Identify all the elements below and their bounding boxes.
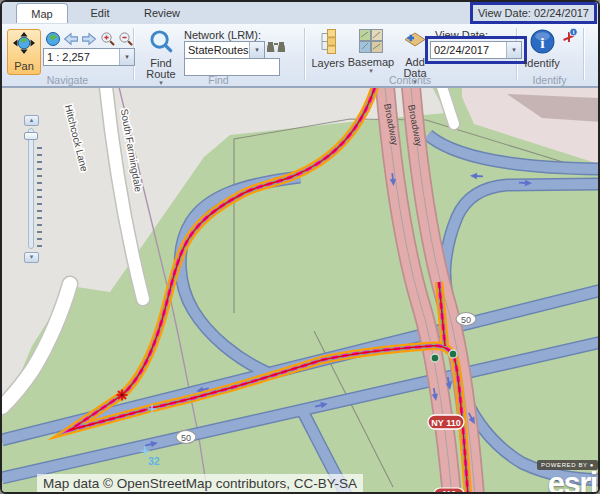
pan-label: Pan [14, 61, 34, 72]
view-date-status-callout: View Date: 02/24/2017 [470, 2, 597, 24]
svg-text:NY 110: NY 110 [431, 418, 460, 428]
ribbon: Pan ▾ Navigate [2, 24, 598, 87]
route-query-input[interactable] [185, 59, 279, 75]
basemap-icon [359, 29, 383, 57]
route-event-marker[interactable] [117, 390, 128, 401]
map-scale-input[interactable] [44, 49, 119, 65]
previous-extent-icon[interactable] [63, 31, 79, 47]
navigate-group-label: Navigate [2, 74, 133, 86]
layers-label: Layers [311, 58, 344, 69]
network-combo: ▾ [184, 41, 265, 59]
layers-button[interactable]: Layers [308, 29, 348, 69]
network-input[interactable] [185, 42, 249, 58]
tab-edit[interactable]: Edit [76, 3, 124, 23]
group-separator [304, 28, 306, 80]
map-zoom-slider: ▲ ▼ [24, 115, 44, 263]
tab-map[interactable]: Map [16, 3, 68, 23]
scale-dropdown-button[interactable]: ▾ [119, 49, 134, 65]
group-separator [583, 28, 585, 80]
map-attribution: Map data © OpenStreetMap contributors, C… [37, 474, 363, 493]
app-window: Map Edit Review View Date: 02/24/2017 Pa… [0, 0, 600, 494]
add-data-icon [403, 29, 427, 57]
identify-info-icon: i [530, 29, 555, 58]
ny110-route-shield: NY 110 [428, 415, 464, 429]
view-date-annotation-box: ▾ [425, 36, 527, 64]
pan-tool-button[interactable]: Pan [7, 29, 41, 75]
layers-icon [316, 29, 340, 58]
route-vertex[interactable] [431, 354, 439, 362]
identify-route-location-icon[interactable]: i [561, 28, 578, 49]
svg-text:50: 50 [461, 315, 471, 325]
zoom-out-icon[interactable] [118, 31, 134, 47]
identify-button[interactable]: i Identify [521, 29, 563, 69]
parkway-ref-shield: 50 [456, 313, 476, 326]
ribbon-tab-strip: Map Edit Review View Date: 02/24/2017 [2, 2, 598, 24]
slider-zoom-out-button[interactable]: ▼ [24, 252, 39, 263]
binoculars-search-icon[interactable] [267, 40, 285, 59]
map-scale-combo: ▾ [43, 48, 135, 66]
view-date-combo: ▾ [430, 41, 522, 59]
measure-value-label: 32 [148, 455, 160, 467]
map-graphics: 32 50 50 NY 110 [2, 87, 600, 494]
slider-tick-marks [37, 147, 42, 247]
svg-text:i: i [540, 34, 545, 51]
slider-track[interactable] [28, 128, 34, 249]
parkway-ref-shield: 50 [176, 431, 196, 444]
view-date-input[interactable] [431, 42, 506, 58]
basemap-button[interactable]: Basemap ▾ [349, 29, 393, 74]
tab-review[interactable]: Review [132, 3, 192, 23]
identify-label: Identify [524, 58, 559, 69]
ny110-route-shield-partial: 110 [434, 488, 464, 494]
slider-thumb[interactable] [24, 132, 38, 140]
esri-logo: esri [548, 466, 597, 494]
view-date-dropdown-button[interactable]: ▾ [506, 42, 521, 58]
network-dropdown-button[interactable]: ▾ [249, 42, 264, 58]
route-vertex[interactable] [449, 350, 457, 358]
zoom-in-icon[interactable] [100, 31, 116, 47]
map-canvas[interactable]: 32 50 50 NY 110 [2, 87, 600, 494]
contents-group-label: Contents [304, 74, 516, 86]
pan-icon [13, 32, 35, 58]
svg-text:110: 110 [442, 489, 456, 494]
full-extent-globe-icon[interactable] [45, 31, 61, 47]
identify-group-label: Identify [516, 74, 583, 86]
find-route-magnifier-icon [149, 29, 174, 58]
network-lrm-label: Network (LRM): [184, 29, 261, 41]
next-extent-icon[interactable] [81, 31, 97, 47]
svg-text:50: 50 [181, 433, 191, 443]
find-group-label: Find [133, 74, 304, 86]
slider-zoom-in-button[interactable]: ▲ [24, 115, 39, 126]
